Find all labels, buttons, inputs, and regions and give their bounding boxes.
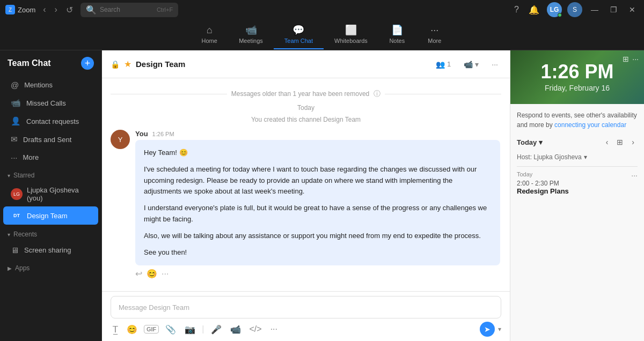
message-paragraph2: I understand everyone's plate is full, b… [144,203,492,225]
tab-notes[interactable]: 📄 Notes [378,20,416,49]
chat-header-left: 🔒 ★ Design Team [111,59,185,69]
design-team-channel-icon: DT [11,210,23,221]
zoom-logo-icon: Z [5,5,15,14]
send-dropdown[interactable]: ▾ [498,325,501,333]
message-content: You 1:26 PM Hey Team! 😊 I've scheduled a… [135,130,501,279]
connect-link[interactable]: connecting your calendar [554,121,626,129]
send-area: ➤ ▾ [480,322,501,337]
tab-meetings[interactable]: 📹 Meetings [228,20,274,49]
maximize-button[interactable]: ❐ [607,4,620,15]
lock-icon: 🔒 [111,60,120,69]
more-tools-button[interactable]: ··· [268,322,280,336]
more-reactions-button[interactable]: ··· [162,269,169,279]
record-video-button[interactable]: 📹 [228,322,243,337]
search-icon: 🔍 [86,5,97,15]
notifications-button[interactable]: 🔔 [526,3,541,17]
forward-button[interactable]: › [52,3,61,17]
screen-sharing-label: Screen sharing [24,246,71,254]
starred-section-label: Starred [13,172,34,179]
right-panel: ⊞ ··· 1:26 PM Friday, February 16 Respon… [510,50,644,341]
divider: | [202,324,204,334]
tab-whiteboards[interactable]: ⬜ Whiteboards [324,20,378,49]
more-options-button[interactable]: ··· [488,58,501,71]
new-chat-button[interactable]: + [81,57,94,70]
apps-section[interactable]: ▶ Apps [0,261,101,275]
sidebar-item-design-team[interactable]: DT Design Team [3,206,98,225]
tab-team-chat[interactable]: 💬 Team Chat [274,20,324,49]
history-button[interactable]: ↺ [63,3,76,17]
today-button[interactable]: Today ▾ [517,138,543,146]
panel-icons: ⊞ ··· [623,55,639,63]
help-button[interactable]: ? [512,3,521,17]
tab-whiteboards-label: Whiteboards [334,38,368,44]
sidebar-item-screen-sharing[interactable]: 🖥 Screen sharing [3,242,98,258]
sidebar-item-ljupka[interactable]: LG Ljupka Gjosheva (you) [3,183,98,205]
sidebar-title: Team Chat [8,58,51,68]
gif-button[interactable]: GIF [144,325,159,333]
sidebar-item-missed-calls-label: Missed Calls [26,99,66,107]
sidebar-item-missed-calls[interactable]: 📹 Missed Calls [3,94,98,112]
screenshot-button[interactable]: 📷 [182,322,197,337]
record-audio-button[interactable]: 🎤 [209,322,224,337]
event-more-button[interactable]: ··· [631,171,638,180]
search-box[interactable]: 🔍 Ctrl+F [80,3,178,17]
members-button[interactable]: 👥 1 [433,58,454,71]
recents-section[interactable]: ▾ Recents [0,227,101,241]
tab-home[interactable]: ⌂ Home [191,20,228,49]
sidebar-item-more[interactable]: ··· More [3,149,98,166]
reply-button[interactable]: ↩ [135,269,142,279]
calendar-nav: Today ▾ ‹ ⊞ › [517,136,638,148]
panel-more-button[interactable]: ··· [632,55,639,63]
team-chat-icon: 💬 [292,24,304,36]
chat-input-area: Message Design Team T̲ 😊 GIF 📎 📷 | 🎤 📹 <… [102,291,510,341]
tab-meetings-label: Meetings [239,38,263,44]
titlebar-left: Z Zoom ‹ › ↺ 🔍 Ctrl+F [5,3,178,17]
calendar-prev-button[interactable]: ‹ [603,136,612,148]
cal-nav-controls: ‹ ⊞ › [603,136,638,148]
search-input[interactable] [100,6,153,13]
titlebar-nav: ‹ › ↺ [40,3,76,17]
calendar-event: Today 2:00 - 2:30 PM Redesign Plans ··· [517,166,638,195]
today-label: Today [517,138,537,146]
chat-area: 🔒 ★ Design Team 👥 1 📹 ▾ ··· Messages old… [102,50,510,341]
send-button[interactable]: ➤ [480,322,495,337]
sidebar-item-contact-requests[interactable]: 👤 Contact requests [3,113,98,130]
online-indicator [558,13,562,17]
home-icon: ⌂ [207,25,213,36]
code-button[interactable]: </> [247,322,264,336]
message-input-placeholder: Message Design Team [119,303,189,312]
back-button[interactable]: ‹ [40,3,49,17]
calendar-next-button[interactable]: › [628,136,638,148]
members-icon: 👥 [436,60,445,69]
format-text-button[interactable]: T̲ [111,322,120,337]
minimize-button[interactable]: — [588,4,602,15]
sidebar-item-more-label: More [23,153,39,161]
message-input-box[interactable]: Message Design Team [111,296,501,318]
message-bubble: Hey Team! 😊 I've scheduled a meeting for… [135,140,500,265]
message-paragraph1: I've scheduled a meeting for today where… [144,164,492,197]
settings-avatar[interactable]: S [567,2,582,17]
user-avatar[interactable]: LG [547,2,562,17]
sidebar-item-contact-requests-label: Contact requests [26,117,79,125]
message-avatar: Y [111,130,130,149]
close-button[interactable]: ✕ [626,4,639,15]
tab-more[interactable]: ··· More [416,20,453,49]
system-message-text: Messages older than 1 year have been rem… [231,90,370,98]
calendar-body: Respond to events, see other's availabil… [510,104,644,341]
starred-section[interactable]: ▾ Starred [0,168,101,182]
video-button[interactable]: 📹 ▾ [460,58,482,71]
panel-grid-button[interactable]: ⊞ [623,55,629,63]
emoji-button[interactable]: 😊 [147,269,157,279]
tab-more-label: More [428,38,441,44]
emoji-picker-button[interactable]: 😊 [125,322,140,337]
attachment-button[interactable]: 📎 [163,322,178,337]
calendar-grid-button[interactable]: ⊞ [613,136,626,148]
header-icons: ? 🔔 LG S — ❐ ✕ [512,2,639,17]
sidebar-item-mentions[interactable]: @ Mentions [3,77,98,93]
titlebar: Z Zoom ‹ › ↺ 🔍 Ctrl+F ? 🔔 LG S — ❐ ✕ [0,0,644,19]
design-team-label: Design Team [27,212,68,220]
mentions-icon: @ [11,80,19,90]
channel-name: Design Team [136,60,185,69]
current-time: 1:26 PM [540,62,613,81]
sidebar-item-drafts[interactable]: ✉ Drafts and Sent [3,131,98,148]
